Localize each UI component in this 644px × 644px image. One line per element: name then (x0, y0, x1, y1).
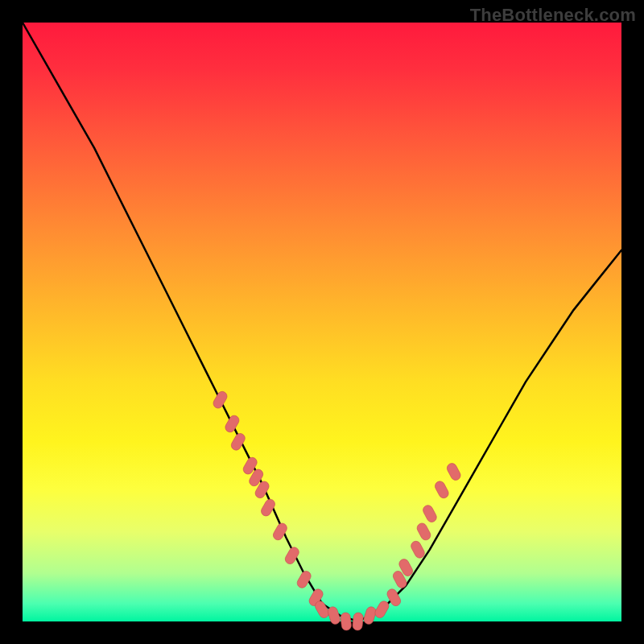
curve-marker (421, 504, 438, 524)
curve-marker (410, 539, 427, 559)
watermark-text: TheBottleneck.com (470, 5, 636, 26)
curve-marker (362, 605, 377, 625)
curve-marker (259, 497, 276, 518)
curve-marker (327, 605, 341, 625)
curve-marker (295, 569, 312, 589)
bottleneck-curve (23, 23, 621, 621)
curve-marker (212, 390, 229, 410)
curve-marker (352, 612, 363, 630)
chart-frame (23, 23, 621, 621)
curve-marker (433, 480, 450, 500)
chart-svg (23, 23, 621, 621)
curve-markers (212, 390, 462, 630)
curve-marker (224, 414, 241, 434)
curve-marker (415, 522, 432, 542)
curve-marker (445, 461, 462, 481)
curve-marker (341, 612, 352, 630)
